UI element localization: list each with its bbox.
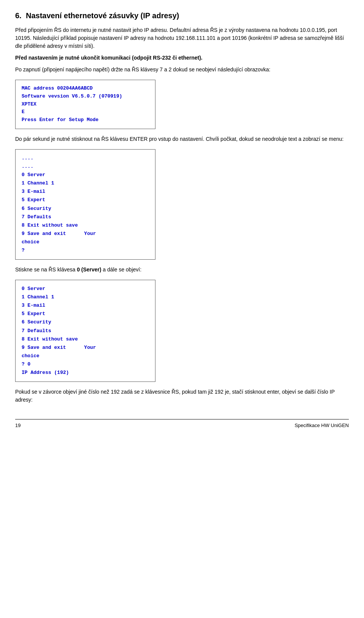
menu-box-1: .... .... 0 Server 1 Channel 1 3 E-mail …	[15, 149, 155, 260]
menu1-line-11: choice	[22, 238, 149, 246]
terminal-line-4: E	[22, 108, 149, 116]
menu2-line-10: ? 0	[22, 360, 149, 369]
footer-page: 19	[15, 423, 20, 428]
menu1-line-10: 9 Save and exit Your	[22, 230, 149, 238]
terminal-box: MAC address 00204AA6ABCD Software vevsio…	[15, 80, 155, 129]
menu2-line-3: 3 E-mail	[22, 301, 149, 310]
footer-title: Specifikace HW UniGEN	[295, 423, 349, 428]
terminal-line-1: MAC address 00204AA6ABCD	[22, 85, 149, 93]
paragraph-after-menu2: Pokud se v závorce objeví jiné číslo než…	[15, 388, 349, 404]
menu1-line-8: 7 Defaults	[22, 213, 149, 221]
menu2-line-11: IP Address (192)	[22, 369, 149, 377]
terminal-line-5: Press Enter for Setup Mode	[22, 116, 149, 124]
menu2-line-5: 6 Security	[22, 318, 149, 326]
menu2-line-1: 0 Server	[22, 285, 149, 293]
paragraph-after-terminal: Do pár sekund je nutné stisknout na ŘS k…	[15, 135, 349, 143]
menu2-line-9: choice	[22, 352, 149, 360]
menu1-line-7: 6 Security	[22, 205, 149, 213]
menu-box-2: 0 Server 1 Channel 1 3 E-mail 5 Expert 6…	[15, 280, 155, 382]
menu1-line-9: 8 Exit without save	[22, 221, 149, 230]
menu1-line-2: ....	[22, 162, 149, 171]
menu1-line-1: ....	[22, 154, 149, 162]
menu1-line-3: 0 Server	[22, 171, 149, 179]
menu2-line-7: 8 Exit without save	[22, 335, 149, 344]
menu2-line-8: 9 Save and exit Your	[22, 344, 149, 352]
menu1-line-12: ?	[22, 246, 149, 255]
menu1-line-4: 1 Channel 1	[22, 179, 149, 188]
menu2-line-4: 5 Expert	[22, 310, 149, 318]
terminal-line-2: Software vevsion V6.5.0.7 (070919)	[22, 93, 149, 101]
menu2-line-2: 1 Channel 1	[22, 293, 149, 301]
bold-server: 0 (Server)	[77, 266, 102, 273]
menu1-line-5: 3 E-mail	[22, 188, 149, 196]
paragraph-menu1: Stiskne se na ŘS klávesa 0 (Server) a dá…	[15, 266, 349, 274]
paragraph-2: Před nastavením je nutné ukončit komunik…	[15, 54, 349, 62]
terminal-line-3: XPTEX	[22, 101, 149, 109]
page-heading: 6. Nastavení ethernetové zásuvky (IP adr…	[15, 11, 349, 20]
paragraph-3: Po zapnutí (připojení napájecího napětí)…	[15, 66, 349, 74]
menu1-line-6: 5 Expert	[22, 196, 149, 204]
paragraph-1: Před připojením ŘS do internetu je nutné…	[15, 26, 349, 50]
footer: 19 Specifikace HW UniGEN	[15, 419, 349, 428]
menu2-line-6: 7 Defaults	[22, 327, 149, 335]
